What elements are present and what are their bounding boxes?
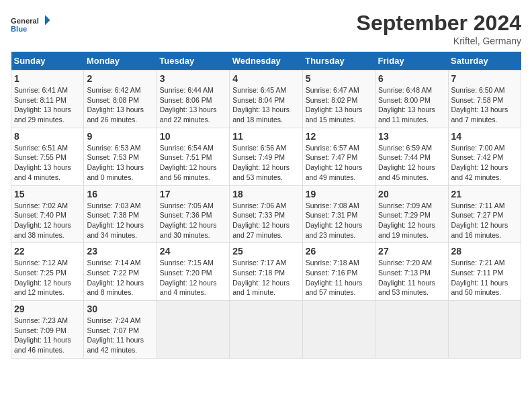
day-info: Sunrise: 6:48 AMSunset: 8:00 PMDaylight:…	[378, 86, 435, 124]
calendar-cell: 14 Sunrise: 7:00 AMSunset: 7:42 PMDaylig…	[448, 128, 521, 185]
calendar-cell: 7 Sunrise: 6:50 AMSunset: 7:58 PMDayligh…	[448, 71, 521, 128]
day-number: 20	[378, 189, 445, 199]
calendar-week-row: 1 Sunrise: 6:41 AMSunset: 8:11 PMDayligh…	[11, 71, 521, 128]
day-number: 26	[306, 246, 372, 257]
header-thursday: Thursday	[302, 52, 375, 71]
svg-text:Blue: Blue	[11, 25, 27, 33]
day-info: Sunrise: 7:24 AMSunset: 7:07 PMDaylight:…	[87, 316, 144, 354]
svg-marker-2	[45, 15, 50, 26]
day-info: Sunrise: 6:50 AMSunset: 7:58 PMDaylight:…	[451, 86, 508, 124]
header-saturday: Saturday	[448, 52, 521, 71]
calendar-cell	[302, 301, 375, 359]
day-number: 16	[87, 189, 153, 199]
day-number: 17	[160, 189, 226, 199]
day-number: 9	[87, 131, 153, 142]
day-info: Sunrise: 7:05 AMSunset: 7:36 PMDaylight:…	[160, 201, 217, 239]
calendar-cell: 29 Sunrise: 7:23 AMSunset: 7:09 PMDaylig…	[11, 301, 84, 359]
day-number: 28	[451, 246, 518, 257]
header-monday: Monday	[84, 52, 157, 71]
day-info: Sunrise: 6:53 AMSunset: 7:53 PMDaylight:…	[87, 144, 144, 181]
header-wednesday: Wednesday	[230, 52, 302, 71]
calendar-cell: 2 Sunrise: 6:42 AMSunset: 8:08 PMDayligh…	[84, 71, 157, 128]
day-number: 11	[232, 131, 299, 142]
day-number: 6	[378, 73, 445, 84]
day-info: Sunrise: 7:17 AMSunset: 7:18 PMDaylight:…	[232, 259, 290, 296]
day-number: 8	[14, 131, 81, 142]
logo-svg: General Blue	[11, 11, 51, 38]
day-info: Sunrise: 6:45 AMSunset: 8:04 PMDaylight:…	[232, 86, 290, 124]
calendar-cell: 22 Sunrise: 7:12 AMSunset: 7:25 PMDaylig…	[11, 243, 84, 301]
day-info: Sunrise: 7:06 AMSunset: 7:33 PMDaylight:…	[232, 201, 290, 239]
calendar-cell: 20 Sunrise: 7:09 AMSunset: 7:29 PMDaylig…	[375, 185, 448, 243]
calendar-cell: 21 Sunrise: 7:11 AMSunset: 7:27 PMDaylig…	[448, 185, 521, 243]
day-number: 1	[14, 73, 81, 84]
calendar-cell	[157, 301, 229, 359]
calendar-table: Sunday Monday Tuesday Wednesday Thursday…	[11, 52, 521, 359]
calendar-cell: 12 Sunrise: 6:57 AMSunset: 7:47 PMDaylig…	[302, 128, 375, 185]
day-number: 18	[232, 189, 299, 199]
calendar-cell	[448, 301, 521, 359]
calendar-cell	[375, 301, 448, 359]
day-number: 27	[378, 246, 445, 257]
day-number: 30	[87, 304, 153, 314]
day-number: 29	[14, 304, 81, 314]
day-info: Sunrise: 6:41 AMSunset: 8:11 PMDaylight:…	[14, 86, 71, 124]
day-info: Sunrise: 7:11 AMSunset: 7:27 PMDaylight:…	[451, 201, 508, 239]
calendar-cell: 28 Sunrise: 7:21 AMSunset: 7:11 PMDaylig…	[448, 243, 521, 301]
day-info: Sunrise: 7:03 AMSunset: 7:38 PMDaylight:…	[87, 201, 144, 239]
calendar-cell: 16 Sunrise: 7:03 AMSunset: 7:38 PMDaylig…	[84, 185, 157, 243]
day-info: Sunrise: 7:08 AMSunset: 7:31 PMDaylight:…	[306, 201, 363, 239]
calendar-cell	[230, 301, 302, 359]
day-number: 21	[451, 189, 518, 199]
day-info: Sunrise: 6:59 AMSunset: 7:44 PMDaylight:…	[378, 144, 435, 181]
calendar-header-row: Sunday Monday Tuesday Wednesday Thursday…	[11, 52, 521, 71]
calendar-cell: 30 Sunrise: 7:24 AMSunset: 7:07 PMDaylig…	[84, 301, 157, 359]
day-info: Sunrise: 7:18 AMSunset: 7:16 PMDaylight:…	[306, 259, 363, 296]
day-number: 7	[451, 73, 518, 84]
day-info: Sunrise: 6:44 AMSunset: 8:06 PMDaylight:…	[160, 86, 217, 124]
logo: General Blue	[11, 11, 51, 38]
calendar-title: September 2024	[357, 11, 521, 36]
day-info: Sunrise: 6:56 AMSunset: 7:49 PMDaylight:…	[232, 144, 290, 181]
day-info: Sunrise: 6:57 AMSunset: 7:47 PMDaylight:…	[306, 144, 363, 181]
title-area: September 2024 Kriftel, Germany	[357, 11, 521, 46]
calendar-cell: 25 Sunrise: 7:17 AMSunset: 7:18 PMDaylig…	[230, 243, 302, 301]
calendar-cell: 18 Sunrise: 7:06 AMSunset: 7:33 PMDaylig…	[230, 185, 302, 243]
calendar-cell: 9 Sunrise: 6:53 AMSunset: 7:53 PMDayligh…	[84, 128, 157, 185]
day-info: Sunrise: 7:23 AMSunset: 7:09 PMDaylight:…	[14, 316, 71, 354]
day-info: Sunrise: 7:00 AMSunset: 7:42 PMDaylight:…	[451, 144, 508, 181]
day-info: Sunrise: 7:20 AMSunset: 7:13 PMDaylight:…	[378, 259, 435, 296]
calendar-cell: 13 Sunrise: 6:59 AMSunset: 7:44 PMDaylig…	[375, 128, 448, 185]
svg-text:General: General	[11, 17, 39, 25]
day-number: 24	[160, 246, 226, 257]
day-number: 4	[232, 73, 299, 84]
calendar-cell: 24 Sunrise: 7:15 AMSunset: 7:20 PMDaylig…	[157, 243, 229, 301]
day-number: 19	[306, 189, 372, 199]
day-number: 15	[14, 189, 81, 199]
header-sunday: Sunday	[11, 52, 84, 71]
calendar-cell: 19 Sunrise: 7:08 AMSunset: 7:31 PMDaylig…	[302, 185, 375, 243]
day-number: 22	[14, 246, 81, 257]
calendar-cell: 6 Sunrise: 6:48 AMSunset: 8:00 PMDayligh…	[375, 71, 448, 128]
day-number: 10	[160, 131, 226, 142]
day-number: 13	[378, 131, 445, 142]
calendar-cell: 27 Sunrise: 7:20 AMSunset: 7:13 PMDaylig…	[375, 243, 448, 301]
page-header: General Blue September 2024 Kriftel, Ger…	[11, 11, 521, 46]
day-info: Sunrise: 6:54 AMSunset: 7:51 PMDaylight:…	[160, 144, 217, 181]
calendar-cell: 17 Sunrise: 7:05 AMSunset: 7:36 PMDaylig…	[157, 185, 229, 243]
calendar-cell: 15 Sunrise: 7:02 AMSunset: 7:40 PMDaylig…	[11, 185, 84, 243]
header-tuesday: Tuesday	[157, 52, 229, 71]
calendar-cell: 4 Sunrise: 6:45 AMSunset: 8:04 PMDayligh…	[230, 71, 302, 128]
day-info: Sunrise: 7:02 AMSunset: 7:40 PMDaylight:…	[14, 201, 71, 239]
day-info: Sunrise: 7:12 AMSunset: 7:25 PMDaylight:…	[14, 259, 71, 296]
calendar-subtitle: Kriftel, Germany	[357, 36, 521, 46]
calendar-week-row: 22 Sunrise: 7:12 AMSunset: 7:25 PMDaylig…	[11, 243, 521, 301]
day-number: 14	[451, 131, 518, 142]
day-number: 5	[306, 73, 372, 84]
calendar-week-row: 29 Sunrise: 7:23 AMSunset: 7:09 PMDaylig…	[11, 301, 521, 359]
day-number: 25	[232, 246, 299, 257]
calendar-cell: 26 Sunrise: 7:18 AMSunset: 7:16 PMDaylig…	[302, 243, 375, 301]
day-number: 3	[160, 73, 226, 84]
day-number: 12	[306, 131, 372, 142]
header-friday: Friday	[375, 52, 448, 71]
